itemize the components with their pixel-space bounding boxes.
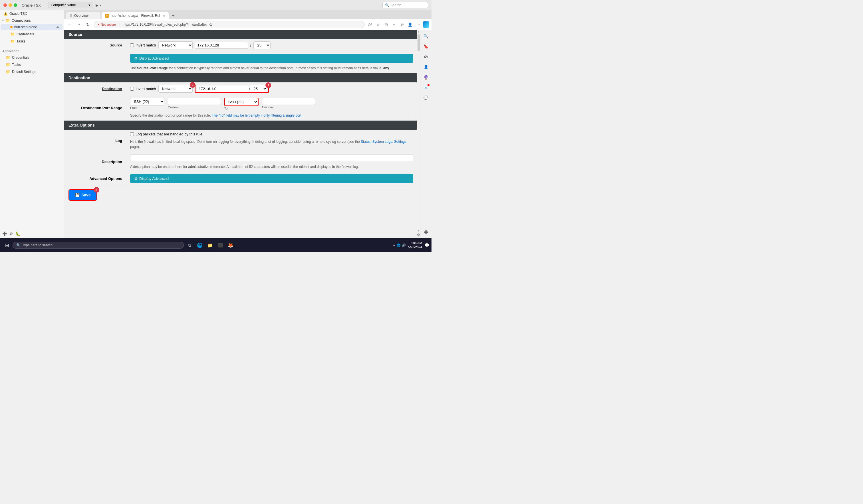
task-view-icon[interactable]: ⧉ [185, 241, 194, 250]
split-screen-icon[interactable]: ⊟ [383, 21, 389, 28]
sidebar-app-default[interactable]: 📁 Default Settings [1, 68, 62, 75]
scroll-up-arrow[interactable]: ▲ [417, 30, 420, 33]
source-section-header: Source [64, 30, 417, 39]
start-button[interactable]: ⊞ [2, 241, 11, 250]
add-icon[interactable]: ➕ [2, 232, 7, 236]
settings-icon[interactable]: ⚙ [10, 232, 13, 236]
dest-network-select[interactable]: Network Any WAN address LAN address [158, 85, 192, 93]
volume-icon-taskbar[interactable]: 🔊 [402, 244, 406, 247]
url-text: https://172.16.0.20/firewall_rules_edit.… [123, 23, 212, 26]
source-invert-label[interactable]: Invert match [130, 43, 156, 47]
chevron-up-taskbar[interactable]: ▲ [392, 244, 396, 247]
scroll-thumb[interactable] [417, 34, 420, 51]
port-range-control: SSH (22) HTTP (80) HTTPS (443) Any From [130, 98, 413, 110]
right-search-icon[interactable]: 🔍 [422, 32, 430, 40]
from-label: From [130, 106, 164, 109]
sidebar-item-hub-step-stone[interactable]: hub-step-stone ⏏ [1, 24, 62, 30]
close-traffic-light[interactable] [3, 3, 7, 7]
sidebar-oracle-tsx[interactable]: ⚠️ Oracle TSX [1, 11, 62, 17]
port-from-custom-col: Custom [168, 98, 221, 109]
dest-invert-checkbox[interactable] [130, 87, 134, 91]
source-invert-checkbox[interactable] [130, 43, 134, 47]
log-checkbox[interactable] [130, 132, 134, 136]
address-bar[interactable]: ✕ Not secure | https://172.16.0.20/firew… [93, 21, 365, 28]
title-bar: Oracle TSX Computer Name ▾ ▶ ▾ 🔍 Search [0, 0, 432, 10]
minimize-traffic-light[interactable] [9, 3, 12, 7]
right-shopping-icon[interactable]: 🛍 [422, 53, 430, 61]
right-search-wrap: 🔍 [422, 32, 430, 40]
explorer-taskbar-icon[interactable]: 📁 [205, 241, 215, 250]
refresh-button[interactable]: ↻ [85, 21, 91, 28]
profile-icon[interactable]: 👤 [407, 21, 413, 28]
scrollbar[interactable]: ▲ ▼ ⚙ [417, 30, 420, 238]
sidebar-connections-group[interactable]: ▾ 📁 Connections [0, 17, 64, 24]
right-teams-icon[interactable]: 💬 [422, 94, 430, 102]
display-advanced-button[interactable]: ⚙ Display Advanced [130, 174, 413, 183]
dest-port-to-custom[interactable] [262, 98, 315, 105]
log-checkbox-label[interactable]: Log packets that are handled by this rul… [130, 132, 413, 136]
scroll-down-arrow[interactable]: ▼ [417, 230, 420, 232]
back-button[interactable]: ← [66, 21, 73, 28]
taskbar-search[interactable]: 🔍 Type here to search [13, 242, 184, 249]
log-hint: Hint: the firewall has limited local log… [130, 139, 413, 150]
right-plus-icon[interactable]: ➕ [422, 228, 430, 236]
fox-taskbar-icon[interactable]: 🦊 [226, 241, 235, 250]
forward-button[interactable]: → [75, 21, 82, 28]
source-row: Source Invert match Network Any [64, 39, 417, 52]
browser-add-icon[interactable]: + [391, 21, 397, 28]
source-label-link[interactable]: Source [110, 43, 122, 47]
favorites-icon[interactable]: ☆ [375, 21, 381, 28]
log-content: Log packets that are handled by this rul… [127, 130, 417, 152]
dest-port-from-select[interactable]: SSH (22) HTTP (80) HTTPS (443) Any [130, 98, 164, 105]
right-apps-icon[interactable]: 🔮 [422, 73, 430, 81]
destination-label-link[interactable]: Destination [102, 87, 122, 91]
notification-center-icon[interactable]: 💬 [424, 243, 429, 247]
sidebar-item-credentials[interactable]: 📁 Credentials [1, 31, 62, 37]
eject-icon: ⏏ [56, 25, 59, 29]
scroll-track[interactable] [417, 33, 420, 230]
page-content: Source Source Invert match [64, 30, 417, 238]
read-aloud-icon[interactable]: Aᴬ [367, 21, 373, 28]
terminal-taskbar-icon[interactable]: ⬛ [216, 241, 225, 250]
source-network-select[interactable]: Network Any WAN address LAN address [158, 41, 192, 49]
dest-port-to-select[interactable]: SSH (22) HTTP (80) HTTPS (443) Any [224, 98, 259, 106]
play-icon[interactable]: ▶ [96, 3, 99, 8]
display-advanced-source-button[interactable]: ⚙ Display Advanced [130, 54, 413, 63]
edge-taskbar-icon[interactable]: 🌐 [195, 241, 204, 250]
computer-name-selector[interactable]: Computer Name ▾ [48, 2, 93, 8]
sidebar-app-credentials[interactable]: 📁 Credentials [1, 54, 62, 61]
folder-icon: 📁 [10, 39, 15, 43]
source-cidr-select[interactable]: 252416832 [253, 41, 271, 49]
maximize-traffic-light[interactable] [14, 3, 17, 7]
dest-invert-label[interactable]: Invert match [130, 87, 156, 91]
new-tab-button[interactable]: + [170, 12, 177, 19]
more-icon[interactable]: ⋯ [415, 21, 421, 28]
dest-port-from-custom[interactable] [168, 98, 221, 105]
tab-close-icon[interactable]: ✕ [163, 14, 165, 17]
tab-overview[interactable]: ⊞ Overview [66, 12, 100, 20]
taskbar: ⊞ 🔍 Type here to search ⧉ 🌐 📁 ⬛ 🦊 ▲ 🌐 🔊 … [0, 238, 432, 252]
save-button[interactable]: 💾 Save [69, 190, 97, 200]
extra-section-header: Extra Options [64, 120, 417, 130]
tab-hub[interactable]: ✕ hub-fw.home.arpa - Firewall: Rul ✕ [102, 12, 168, 20]
dest-ip-input[interactable] [197, 86, 249, 92]
dest-port-info: Specify the destination port or port ran… [130, 113, 413, 118]
source-section: Source Source Invert match [64, 30, 417, 73]
play-dropdown[interactable]: ▾ [100, 4, 101, 7]
title-bar-search[interactable]: 🔍 Search [383, 2, 428, 8]
source-ip-input[interactable] [195, 42, 248, 49]
right-bookmark-icon[interactable]: 🔖 [422, 42, 430, 50]
app-credentials-label: Credentials [12, 55, 29, 60]
dest-cidr-select[interactable]: 252416832 [250, 85, 267, 92]
bug-icon[interactable]: 🐛 [15, 232, 20, 236]
dest-port-info-text: Specify the destination port or port ran… [130, 114, 211, 117]
extensions-icon[interactable]: ⊕ [399, 21, 405, 28]
syslog-settings-link[interactable]: Status: System Logs: Settings [361, 140, 407, 144]
network-icon-taskbar[interactable]: 🌐 [397, 244, 401, 247]
port-to-col: SSH (22) HTTP (80) HTTPS (443) Any To [224, 98, 259, 110]
sidebar-item-tasks[interactable]: 📁 Tasks [1, 38, 62, 44]
description-input[interactable] [130, 154, 413, 161]
dest-port-content: SSH (22) HTTP (80) HTTPS (443) Any From [127, 95, 417, 120]
sidebar-app-tasks[interactable]: 📁 Tasks [1, 61, 62, 68]
right-user-icon[interactable]: 👤 [422, 63, 430, 71]
